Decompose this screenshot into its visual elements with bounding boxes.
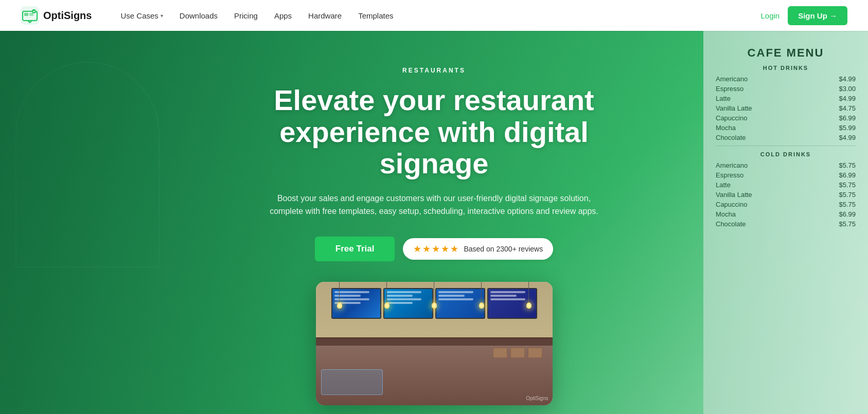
reviews-text: Based on 2300+ reviews: [464, 245, 543, 253]
pendant-bulb: [337, 302, 342, 309]
pendant-2: [384, 282, 389, 309]
pendant-wire: [386, 282, 387, 302]
hero-content: RESTAURANTS Elevate your restaurant expe…: [0, 31, 868, 414]
nav-pricing[interactable]: Pricing: [226, 0, 266, 31]
star-5: ★: [450, 243, 458, 255]
star-3: ★: [432, 243, 440, 255]
optisigns-logo-icon: [21, 6, 39, 25]
pendant-5: [526, 282, 532, 309]
pendant-wire: [339, 282, 340, 302]
star-4: ★: [441, 243, 449, 255]
pendant-bulb: [432, 302, 437, 309]
logo-link[interactable]: OptiSigns: [21, 6, 92, 25]
hero-title: Elevate your restaurant experience with …: [223, 84, 645, 179]
pendant-bulb: [384, 302, 389, 309]
display-case: [321, 369, 383, 395]
nav-actions: Login Sign Up →: [760, 6, 847, 25]
hero-category: RESTAURANTS: [402, 67, 466, 74]
hero-actions: Free Trial ★ ★ ★ ★ ★ Based on 2300+ revi…: [315, 237, 553, 261]
svg-rect-3: [29, 13, 33, 16]
brand-name: OptiSigns: [43, 10, 92, 22]
pendant-wire: [434, 282, 434, 302]
nav-use-cases[interactable]: Use Cases ▾: [112, 0, 171, 31]
signup-button[interactable]: Sign Up →: [788, 6, 847, 25]
mockup-counter: [316, 337, 553, 405]
pendant-bulb: [526, 302, 532, 309]
hero-section: CAFE MENU HOT DRINKS Americano $4.99 Esp…: [0, 31, 868, 414]
restaurant-mockup: OptiSigns: [316, 282, 553, 405]
hero-image-card: OptiSigns: [316, 282, 553, 405]
login-link[interactable]: Login: [760, 11, 780, 20]
star-2: ★: [422, 243, 431, 255]
hero-subtitle: Boost your sales and engage customers wi…: [270, 192, 599, 218]
watermark-text: OptiSigns: [526, 395, 548, 401]
stars-rating: ★ ★ ★ ★ ★: [413, 243, 458, 255]
free-trial-button[interactable]: Free Trial: [315, 237, 395, 261]
pendant-wire: [528, 282, 529, 302]
nav-hardware[interactable]: Hardware: [300, 0, 350, 31]
nav-downloads[interactable]: Downloads: [171, 0, 226, 31]
nav-links: Use Cases ▾ Downloads Pricing Apps Hardw…: [112, 0, 760, 31]
shelf-boxes: [493, 348, 542, 358]
shelf-box-3: [528, 348, 542, 358]
star-1: ★: [413, 243, 421, 255]
counter-top: [316, 337, 553, 346]
pendant-3: [432, 282, 437, 309]
chevron-down-icon: ▾: [161, 13, 163, 19]
nav-templates[interactable]: Templates: [350, 0, 401, 31]
pendant-bulb: [479, 302, 484, 309]
pendant-4: [479, 282, 484, 309]
pendant-wire: [481, 282, 482, 302]
navbar: OptiSigns Use Cases ▾ Downloads Pricing …: [0, 0, 868, 31]
shelf-box-1: [493, 348, 507, 358]
shelf-box-2: [510, 348, 525, 358]
nav-apps[interactable]: Apps: [266, 0, 300, 31]
lights-row: [316, 282, 553, 323]
svg-point-4: [32, 9, 36, 13]
svg-rect-2: [24, 13, 28, 16]
reviews-badge: ★ ★ ★ ★ ★ Based on 2300+ reviews: [403, 238, 553, 260]
pendant-1: [337, 282, 342, 309]
